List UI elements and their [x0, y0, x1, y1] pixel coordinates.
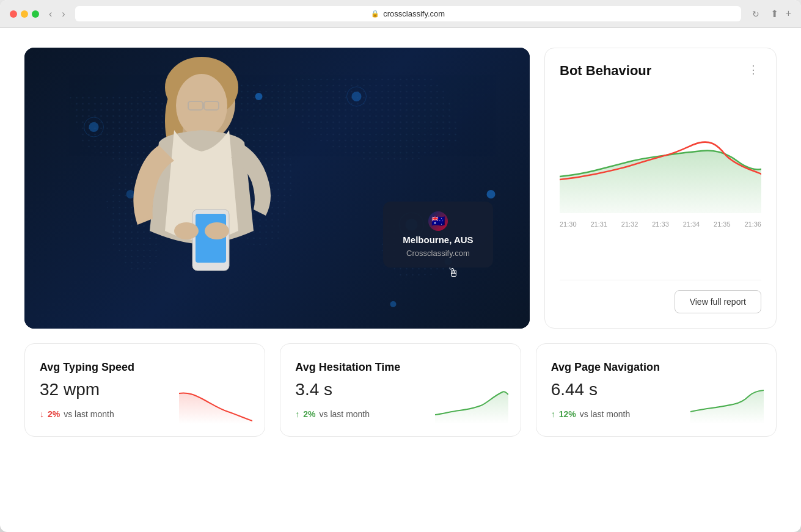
address-bar[interactable]: 🔒 crossclassify.com: [75, 6, 741, 21]
chart-time-labels: 21:30 21:31 21:32 21:33 21:34 21:35 21:3…: [560, 220, 761, 228]
reload-button[interactable]: ↻: [748, 8, 763, 20]
share-icon[interactable]: ⬆: [770, 8, 778, 20]
minimize-button[interactable]: [21, 10, 28, 18]
more-options-button[interactable]: ⋮: [745, 63, 761, 76]
time-label-5: 21:35: [714, 220, 731, 228]
time-label-1: 21:31: [590, 220, 607, 228]
stat-change-label-1: vs last month: [320, 409, 370, 419]
mini-chart-2: [690, 387, 764, 424]
down-arrow-icon-0: ↓: [40, 409, 44, 419]
stat-card-typing-speed: Avg Typing Speed 32 wpm ↓ 2% vs last mon…: [24, 343, 265, 437]
url-text: crossclassify.com: [383, 9, 445, 18]
stat-title-2: Avg Page Navigation: [551, 361, 761, 374]
person-svg: [55, 48, 348, 329]
time-label-4: 21:34: [683, 220, 700, 228]
stat-title-0: Avg Typing Speed: [40, 361, 250, 374]
stat-change-label-2: vs last month: [580, 409, 630, 419]
city-label: Melbourne, AUS: [403, 235, 473, 245]
back-button[interactable]: ‹: [46, 7, 54, 21]
maximize-button[interactable]: [32, 10, 39, 18]
person-container: [24, 48, 530, 329]
mini-chart-1: [435, 387, 508, 424]
new-tab-icon[interactable]: +: [786, 8, 791, 20]
card-footer: View full report: [560, 280, 761, 313]
location-tooltip: 🇦🇺 Melbourne, AUS Crossclassify.com: [383, 202, 493, 268]
stats-grid: Avg Typing Speed 32 wpm ↓ 2% vs last mon…: [24, 343, 777, 437]
time-label-2: 21:32: [621, 220, 638, 228]
flag-icon: 🇦🇺: [428, 211, 448, 231]
stat-pct-1: 2%: [303, 409, 315, 419]
traffic-lights: [10, 10, 39, 18]
svg-point-15: [176, 74, 227, 137]
close-button[interactable]: [10, 10, 17, 18]
bot-behaviour-card: Bot Behaviour ⋮: [544, 48, 777, 329]
mini-chart-0: [179, 387, 252, 424]
stat-card-page-navigation: Avg Page Navigation 6.44 s ↑ 12% vs last…: [536, 343, 777, 437]
card-title: Bot Behaviour: [560, 63, 651, 79]
card-header: Bot Behaviour ⋮: [560, 63, 761, 79]
page-content: 🇦🇺 Melbourne, AUS Crossclassify.com 🖱 Bo…: [0, 28, 801, 456]
time-label-3: 21:33: [652, 220, 669, 228]
svg-point-21: [205, 222, 229, 239]
domain-label: Crossclassify.com: [406, 249, 470, 258]
bot-behaviour-chart: 21:30 21:31 21:32 21:33 21:34 21:35 21:3…: [560, 91, 761, 268]
stat-title-1: Avg Hesitation Time: [295, 361, 505, 374]
stat-pct-2: 12%: [559, 409, 576, 419]
forward-button[interactable]: ›: [59, 7, 67, 21]
view-full-report-button[interactable]: View full report: [675, 290, 761, 313]
time-label-6: 21:36: [744, 220, 761, 228]
hero-image: 🇦🇺 Melbourne, AUS Crossclassify.com 🖱: [24, 48, 530, 329]
stat-card-hesitation-time: Avg Hesitation Time 3.4 s ↑ 2% vs last m…: [280, 343, 521, 437]
nav-buttons: ‹ ›: [46, 7, 68, 21]
main-grid: 🇦🇺 Melbourne, AUS Crossclassify.com 🖱 Bo…: [24, 48, 777, 329]
browser-window: ‹ › 🔒 crossclassify.com ↻ ⬆ +: [0, 0, 801, 532]
stat-pct-0: 2%: [48, 409, 60, 419]
stat-change-label-0: vs last month: [64, 409, 114, 419]
time-label-0: 21:30: [560, 220, 577, 228]
up-arrow-icon-1: ↑: [295, 409, 299, 419]
svg-point-20: [174, 222, 199, 239]
lock-icon: 🔒: [371, 10, 379, 18]
cursor-icon: 🖱: [447, 266, 459, 280]
up-arrow-icon-2: ↑: [551, 409, 555, 419]
browser-actions: ⬆ +: [770, 8, 791, 20]
browser-chrome: ‹ › 🔒 crossclassify.com ↻ ⬆ +: [0, 0, 801, 28]
